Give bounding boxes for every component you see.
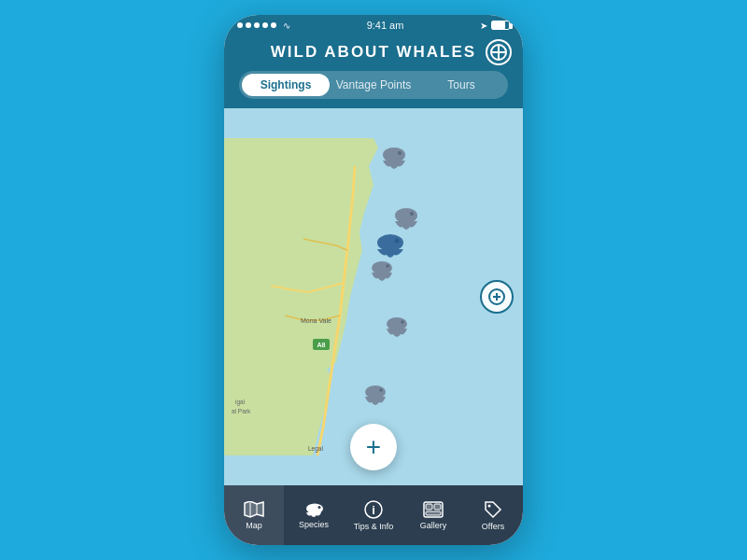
svg-point-15 [387,317,407,330]
svg-point-16 [401,320,404,324]
svg-text:Legal: Legal [308,445,323,453]
svg-text:Mona Vale: Mona Vale [301,317,331,324]
gallery-nav-icon [423,501,444,518]
svg-rect-26 [426,504,432,510]
plus-icon: + [366,432,381,462]
svg-point-17 [365,385,386,399]
phone-container: ∿ 9:41 am ➤ WILD ABOUT WHALES Sightings … [224,15,523,545]
tag-nav-icon [484,500,502,519]
svg-text:A8: A8 [317,342,326,348]
location-arrow-icon: ➤ [480,21,487,31]
dot5 [271,22,276,28]
whale-marker-2[interactable] [391,206,421,232]
whale-icon-4 [368,259,396,284]
svg-point-29 [488,504,491,507]
bottom-nav: Map Species i Tips & Info [224,485,523,545]
tab-sightings[interactable]: Sightings [242,74,330,96]
battery-icon [491,21,510,30]
map-area[interactable]: A8 Mona Vale igal al Park Legal [224,108,523,485]
whale-icon-6 [361,384,389,408]
whale-marker-4[interactable] [368,259,396,284]
nav-label-tips: Tips & Info [354,522,394,531]
whale-icon-5 [383,315,411,340]
svg-point-9 [395,208,417,223]
nav-item-gallery[interactable]: Gallery [403,485,463,545]
help-button[interactable] [486,39,512,65]
svg-point-13 [372,261,392,274]
svg-rect-27 [434,504,441,510]
nav-label-gallery: Gallery [420,521,447,530]
svg-point-18 [379,388,383,392]
crosshair-icon [488,288,505,305]
nav-item-species[interactable]: Species [284,485,344,545]
status-bar: ∿ 9:41 am ➤ [224,15,523,35]
app-title: WILD ABOUT WHALES [271,43,476,62]
svg-point-7 [383,147,405,162]
lifebuoy-icon [490,44,507,61]
nav-label-map: Map [246,521,262,530]
map-nav-icon [244,501,264,518]
signal-dots: ∿ [237,21,290,31]
whale-marker-1[interactable] [379,146,409,172]
status-time: 9:41 am [367,20,404,31]
wifi-icon: ∿ [283,21,290,31]
whale-icon-3 [374,232,407,260]
dot2 [246,22,251,28]
top-tab-bar: Sightings Vantage Points Tours [224,71,523,108]
whale-icon-1 [379,146,409,172]
status-right: ➤ [480,21,510,31]
nav-item-tips[interactable]: i Tips & Info [344,485,403,545]
whale-marker-6[interactable] [361,384,389,408]
info-nav-icon: i [364,500,383,519]
nav-item-offers[interactable]: Offers [463,485,523,545]
dot3 [254,22,260,28]
tab-tours[interactable]: Tours [417,74,505,96]
svg-point-8 [398,151,402,155]
location-button[interactable] [480,280,514,314]
svg-text:i: i [372,503,375,517]
add-sighting-button[interactable]: + [350,424,397,470]
whale-icon-2 [391,206,421,232]
dot1 [237,22,243,28]
whale-marker-3[interactable] [374,232,407,260]
whale-nav-icon [303,502,324,517]
tab-vantage-points[interactable]: Vantage Points [330,74,417,96]
nav-label-offers: Offers [482,522,504,531]
svg-point-22 [318,506,321,509]
top-tabs-container: Sightings Vantage Points Tours [239,71,508,99]
svg-point-12 [395,239,400,244]
whale-marker-5[interactable] [383,315,411,340]
svg-point-10 [410,212,414,216]
nav-label-species: Species [299,520,329,529]
svg-text:igal: igal [235,399,246,406]
app-header: WILD ABOUT WHALES [224,35,523,71]
svg-text:al Park: al Park [232,408,251,414]
svg-point-21 [306,503,323,513]
svg-point-11 [377,234,403,251]
battery-fill [492,21,505,29]
svg-rect-28 [426,511,441,515]
dot4 [262,22,268,28]
svg-point-14 [386,264,389,268]
nav-item-map[interactable]: Map [224,485,284,545]
